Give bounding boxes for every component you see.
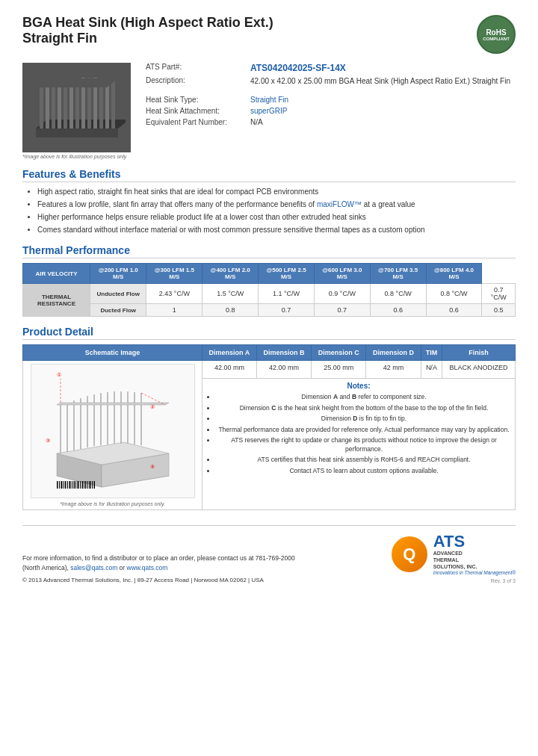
note-2: Dimension C is the heat sink height from… [216, 404, 512, 412]
spec-description: Description: 42.00 x 42.00 x 25.00 mm BG… [146, 76, 516, 87]
svg-rect-57 [92, 481, 93, 489]
note-4: Thermal performance data are provided fo… [216, 426, 512, 434]
svg-rect-48 [73, 481, 75, 489]
dim-a-value: 42.00 mm [202, 361, 257, 379]
air-velocity-header: AIR VELOCITY [23, 264, 90, 284]
ats-tagline: Innovations in Thermal Management® [433, 570, 516, 575]
svg-rect-4 [52, 83, 55, 128]
svg-rect-46 [69, 481, 70, 489]
note-7: Contact ATS to learn about custom option… [216, 467, 512, 475]
svg-rect-53 [84, 481, 84, 489]
svg-text:④: ④ [150, 464, 155, 469]
tim-value: N/A [421, 361, 442, 379]
equivalent-part-label: Equivalent Part Number: [146, 118, 250, 126]
product-image-container: *Image above is for illustration purpose… [22, 63, 131, 159]
rohs-badge: RoHS COMPLIANT [477, 15, 516, 54]
svg-rect-47 [72, 481, 72, 489]
dim-b-header: Dimension B [256, 345, 311, 361]
schematic-caption: *Image above is for illustration purpose… [26, 501, 199, 506]
part-number-value: ATS042042025-SF-14X [250, 63, 346, 73]
ducted-flow-row: Ducted Flow10.80.70.70.60.60.5 [23, 304, 516, 317]
product-detail-table: Schematic Image Dimension A Dimension B … [22, 344, 516, 510]
svg-rect-58 [93, 481, 95, 489]
footer-right: Q ATS ADVANCED THERMAL SOLUTIONS, INC. I… [392, 533, 516, 583]
finish-header: Finish [442, 345, 516, 361]
dim-d-value: 42 mm [366, 361, 421, 379]
features-list: High aspect ratio, straight fin heat sin… [22, 187, 516, 235]
note-5: ATS reserves the right to update or chan… [216, 436, 512, 453]
svg-rect-52 [81, 481, 83, 489]
heat-sink-type-value: Straight Fin [250, 96, 288, 104]
note-6: ATS certifies that this heat sink assemb… [216, 456, 512, 464]
svg-rect-54 [85, 481, 87, 489]
feature-item-4: Comes standard without interface materia… [37, 225, 516, 235]
compliant-text: COMPLIANT [483, 37, 510, 41]
svg-rect-44 [65, 481, 67, 489]
svg-rect-2 [40, 87, 43, 128]
ats-sub1: ADVANCED [433, 550, 516, 557]
schematic-header: Schematic Image [23, 345, 202, 361]
footer-copyright: © 2013 Advanced Thermal Solutions, Inc. … [22, 577, 306, 583]
footer-website[interactable]: www.qats.com [127, 564, 168, 571]
svg-marker-15 [36, 78, 118, 87]
title-line1: BGA Heat Sink (High Aspect Ratio Ext.) [22, 15, 273, 31]
equivalent-part-value: N/A [250, 118, 263, 126]
footer-email[interactable]: sales@qats.com [70, 564, 117, 571]
finish-value: BLACK ANODIZED [442, 361, 516, 379]
footer-contact-text: For more information, to find a distribu… [22, 554, 306, 573]
schematic-image: ① ② ③ ④ [31, 364, 195, 498]
spec-attachment: Heat Sink Attachment: superGRIP [146, 107, 516, 115]
thermal-section-title: Thermal Performance [22, 244, 516, 258]
svg-rect-14 [111, 80, 115, 128]
svg-rect-3 [46, 85, 49, 128]
title-line2: Straight Fin [22, 31, 273, 46]
features-section-title: Features & Benefits [22, 168, 516, 182]
ats-logo: Q ATS ADVANCED THERMAL SOLUTIONS, INC. I… [392, 533, 516, 575]
svg-rect-0 [36, 128, 118, 137]
attachment-value: superGRIP [250, 107, 287, 115]
ats-sub2: THERMAL [433, 557, 516, 563]
thermal-performance-table: AIR VELOCITY@200 LFM 1.0 M/S@300 LFM 1.5… [22, 263, 516, 317]
dim-c-header: Dimension C [312, 345, 366, 361]
page-number: Rev. 3 of 3 [392, 578, 516, 583]
svg-rect-43 [64, 481, 64, 489]
footer-section: For more information, to find a distribu… [22, 525, 516, 583]
feature-item-2: Features a low profile, slant fin array … [37, 199, 516, 210]
svg-rect-5 [58, 81, 61, 128]
svg-rect-40 [57, 481, 58, 489]
thermal-resistance-label: THERMAL RESISTANCE [23, 284, 90, 317]
spec-part-number: ATS Part#: ATS042042025-SF-14X [146, 63, 516, 73]
ats-logo-text: ATS ADVANCED THERMAL SOLUTIONS, INC. Inn… [433, 533, 516, 575]
product-title: BGA Heat Sink (High Aspect Ratio Ext.) S… [22, 15, 273, 46]
svg-rect-50 [77, 481, 78, 489]
product-info-section: *Image above is for illustration purpose… [22, 63, 516, 159]
svg-text:①: ① [57, 372, 61, 377]
svg-rect-45 [67, 481, 68, 489]
description-value: 42.00 x 42.00 x 25.00 mm BGA Heat Sink (… [250, 76, 510, 87]
spec-equivalent-part: Equivalent Part Number: N/A [146, 118, 516, 126]
notes-list: Dimension A and B refer to component siz… [205, 393, 512, 475]
heat-sink-image [28, 69, 126, 147]
footer-left: For more information, to find a distribu… [22, 554, 306, 584]
svg-rect-42 [61, 481, 62, 489]
heat-sink-type-label: Heat Sink Type: [146, 96, 250, 104]
svg-rect-49 [75, 481, 76, 489]
part-label: ATS Part#: [146, 63, 250, 71]
svg-rect-56 [89, 481, 90, 489]
svg-rect-55 [87, 481, 88, 489]
notes-cell: Notes: Dimension A and B refer to compon… [202, 379, 516, 510]
page-header: BGA Heat Sink (High Aspect Ratio Ext.) S… [22, 15, 516, 54]
note-1: Dimension A and B refer to component siz… [216, 393, 512, 401]
svg-text:②: ② [150, 404, 155, 409]
dimension-data-row: ① ② ③ ④ [23, 361, 516, 379]
dim-c-value: 25.00 mm [312, 361, 366, 379]
ats-main-text: ATS [433, 533, 516, 550]
spec-heat-sink-type: Heat Sink Type: Straight Fin [146, 96, 516, 104]
ats-logo-circle: Q [392, 536, 427, 572]
attachment-label: Heat Sink Attachment: [146, 107, 250, 115]
schematic-svg: ① ② ③ ④ [34, 368, 191, 495]
ats-sub3: SOLUTIONS, INC. [433, 563, 516, 570]
tim-header: TIM [421, 345, 442, 361]
description-label: Description: [146, 76, 250, 84]
dim-a-header: Dimension A [202, 345, 257, 361]
